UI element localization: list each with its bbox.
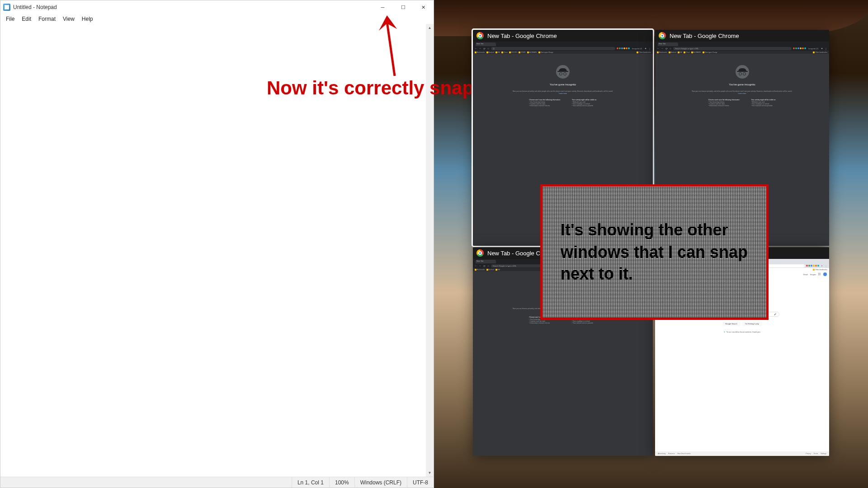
reload-icon: ⟳ — [483, 47, 486, 50]
status-zoom: 100% — [329, 477, 354, 488]
thumbnail-titlebar: New Tab - Google Chrome — [473, 30, 653, 42]
notepad-window: Untitled - Notepad ─ ☐ ✕ File Edit Forma… — [0, 0, 434, 488]
status-line-ending: Windows (CRLF) — [354, 477, 407, 488]
profile-icon: ● — [821, 264, 823, 267]
forward-icon: → — [479, 264, 481, 267]
chrome-tab: New Tab — [658, 42, 678, 46]
menu-edit[interactable]: Edit — [19, 15, 34, 23]
other-bookmarks: Other bookmarks — [637, 52, 651, 53]
bookmarks-bar: Bookmarks Android HM Chart $78 20% ROBO … — [473, 51, 653, 54]
back-icon: ← — [475, 264, 477, 267]
extension-icons — [617, 47, 630, 49]
notepad-title: Untitled - Notepad — [13, 4, 373, 10]
bookmark-item: HM — [495, 52, 500, 53]
back-icon: ← — [657, 47, 660, 50]
status-encoding: UTF-8 — [407, 477, 434, 488]
google-footer: AdvertisingBusinessHow Search works Priv… — [655, 451, 829, 456]
profile-icon: ● — [821, 47, 823, 50]
chrome-icon — [476, 249, 484, 257]
bookmark-item: Bookmarks — [475, 52, 485, 53]
forward-icon: → — [661, 47, 664, 50]
images-link: Images — [810, 273, 816, 276]
home-icon: ⌂ — [487, 264, 490, 267]
incognito-badge: Incognito (2) — [807, 47, 819, 50]
bookmark-item: $78 20% — [509, 52, 518, 53]
scroll-down-icon[interactable]: ▼ — [426, 469, 434, 477]
incognito-icon — [556, 65, 570, 79]
notepad-menubar: File Edit Format View Help — [0, 14, 434, 24]
scroll-up-icon[interactable]: ▲ — [426, 24, 434, 32]
annotation-arrow-icon — [370, 14, 420, 77]
menu-help[interactable]: Help — [79, 15, 96, 23]
bookmark-item: Chart — [501, 52, 508, 53]
mic-icon: 🎤 — [774, 313, 776, 315]
menu-icon: ⋮ — [825, 47, 827, 50]
profile-icon: ● — [644, 47, 647, 50]
incognito-desc: Now you can browse privately, and other … — [511, 90, 615, 95]
google-avatar-icon — [823, 272, 827, 276]
omnibox: Search Google or type a URL — [673, 47, 792, 50]
bookmark-item: Data types Range — [538, 52, 553, 53]
menu-format[interactable]: Format — [35, 15, 59, 23]
omnibox: ⓪ — [491, 47, 615, 50]
thumbnail-title: New Tab - Google Chrome — [670, 33, 739, 39]
feeling-lucky-button: I'm Feeling Lucky — [742, 321, 762, 326]
thumbnail-title: New Tab - Google Chrome — [487, 33, 557, 39]
incognito-icon — [736, 65, 749, 79]
status-caret-pos: Ln 1, Col 1 — [292, 477, 329, 488]
menu-icon: ⋮ — [825, 264, 827, 267]
reload-icon: ⟳ — [483, 264, 486, 267]
maximize-button[interactable]: ☐ — [393, 0, 413, 14]
google-search-button: Google Search — [722, 321, 740, 326]
bookmark-item: ALDMARS — [527, 52, 537, 53]
chrome-icon — [659, 32, 666, 39]
home-icon: ⌂ — [669, 47, 672, 50]
thumbnail-titlebar: New Tab - Google Chrome — [655, 30, 829, 42]
gmail-link: Gmail — [803, 273, 807, 276]
back-icon: ← — [475, 47, 477, 50]
notepad-statusbar: Ln 1, Col 1 100% Windows (CRLF) UTF-8 — [0, 477, 434, 488]
menu-icon: ⋮ — [648, 47, 651, 50]
incognito-badge: Incognito (2) — [631, 47, 643, 50]
google-apps-icon — [818, 273, 821, 276]
notepad-titlebar[interactable]: Untitled - Notepad ─ ☐ ✕ — [0, 0, 434, 14]
home-icon: ⌂ — [487, 47, 490, 50]
close-button[interactable]: ✕ — [413, 0, 434, 14]
chrome-tab: New Tab — [476, 260, 496, 263]
forward-icon: → — [479, 47, 481, 50]
extension-icons — [806, 265, 819, 267]
notepad-app-icon — [3, 4, 10, 11]
google-promo: ♥To our countless hours workers, thank y… — [724, 331, 760, 333]
incognito-heading: You've gone incognito — [550, 83, 576, 86]
chrome-tab: New Tab — [476, 42, 496, 46]
chrome-icon — [476, 32, 484, 39]
heart-icon: ♥ — [724, 331, 725, 333]
menu-file[interactable]: File — [3, 15, 18, 23]
minimize-button[interactable]: ─ — [373, 0, 393, 14]
menu-view[interactable]: View — [60, 15, 78, 23]
extension-icons — [793, 47, 806, 49]
bookmarks-bar: Bookmarks Android HM Chart ALDMARS Data … — [655, 51, 829, 54]
bookmark-item: ROBO — [519, 52, 525, 53]
annotation-overlay-text: It's showing the other windows that I ca… — [561, 219, 748, 285]
reload-icon: ⟳ — [665, 47, 668, 50]
bookmark-item: Android — [486, 52, 494, 53]
annotation-overlay-box: It's showing the other windows that I ca… — [540, 184, 769, 320]
